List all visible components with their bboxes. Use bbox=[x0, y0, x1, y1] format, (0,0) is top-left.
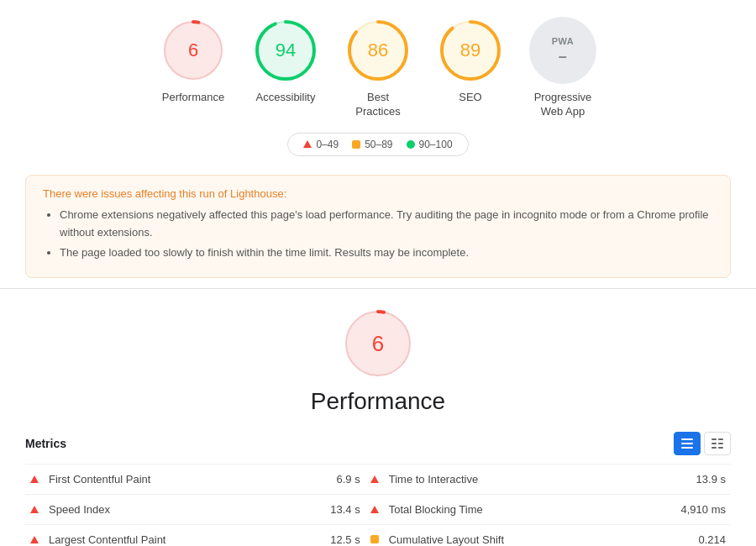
table-row: Speed Index 13.4 s Total Blocking Time 4… bbox=[25, 495, 731, 525]
table-row: Largest Contentful Paint 12.5 s Cumulati… bbox=[25, 525, 731, 546]
legend-red-icon bbox=[303, 140, 312, 148]
performance-score: 6 bbox=[188, 39, 198, 61]
metric-name-tti: Time to Interactive bbox=[384, 465, 625, 495]
svg-rect-16 bbox=[718, 443, 723, 444]
score-item-pwa: PWA – ProgressiveWeb App bbox=[529, 17, 596, 119]
red-triangle-icon bbox=[30, 475, 39, 483]
toggle-tree-view[interactable] bbox=[704, 432, 731, 455]
score-item-accessibility: 94 Accessibility bbox=[252, 17, 319, 105]
scores-section: 6 Performance 94 Accessibility 8 bbox=[0, 0, 756, 165]
toggle-list-view[interactable] bbox=[674, 432, 701, 455]
best-practices-score: 86 bbox=[368, 39, 388, 61]
svg-rect-17 bbox=[711, 447, 717, 449]
performance-title: Performance bbox=[25, 388, 731, 415]
svg-rect-12 bbox=[681, 447, 693, 449]
metric-status-lcp bbox=[25, 525, 44, 546]
red-triangle-icon bbox=[30, 536, 39, 543]
accessibility-score: 94 bbox=[276, 39, 296, 61]
seo-gauge: 89 bbox=[437, 17, 504, 84]
metric-value-lcp: 12.5 s bbox=[288, 525, 365, 546]
perf-score-circle-container: 6 bbox=[25, 306, 731, 381]
accessibility-gauge: 94 bbox=[252, 17, 319, 84]
best-practices-label: BestPractices bbox=[355, 91, 400, 119]
legend-good-label: 90–100 bbox=[419, 139, 453, 150]
metric-name-tbt: Total Blocking Time bbox=[384, 495, 625, 525]
perf-large-score: 6 bbox=[372, 331, 384, 357]
red-triangle-icon bbox=[370, 475, 379, 483]
legend-orange-icon bbox=[352, 140, 360, 149]
metric-value-si: 13.4 s bbox=[288, 495, 365, 525]
metric-value-tbt: 4,910 ms bbox=[625, 495, 731, 525]
warning-title: There were issues affecting this run of … bbox=[43, 187, 713, 200]
svg-rect-13 bbox=[711, 438, 717, 440]
metric-value-tti: 13.9 s bbox=[625, 465, 731, 495]
score-item-best-practices: 86 BestPractices bbox=[344, 17, 412, 119]
performance-detail-section: 6 Performance Metrics bbox=[0, 297, 756, 546]
metric-value-fcp: 6.9 s bbox=[288, 465, 365, 495]
score-legend: 0–49 50–89 90–100 bbox=[287, 133, 468, 156]
pwa-dash: – bbox=[559, 48, 568, 66]
metric-name-cls: Cumulative Layout Shift bbox=[384, 525, 625, 546]
pwa-gauge: PWA – bbox=[529, 17, 596, 84]
seo-score: 89 bbox=[460, 39, 480, 61]
best-practices-gauge: 86 bbox=[344, 17, 412, 84]
legend-average-label: 50–89 bbox=[365, 139, 392, 150]
metrics-label: Metrics bbox=[25, 437, 66, 450]
metric-name-fcp: First Contentful Paint bbox=[44, 465, 288, 495]
metric-name-si: Speed Index bbox=[44, 495, 288, 525]
svg-rect-14 bbox=[718, 438, 723, 440]
seo-label: SEO bbox=[459, 91, 481, 105]
svg-rect-10 bbox=[681, 438, 693, 440]
legend-green-icon bbox=[407, 140, 415, 149]
performance-gauge: 6 bbox=[160, 17, 227, 84]
performance-label: Performance bbox=[162, 91, 224, 105]
metric-status-tti bbox=[365, 465, 384, 495]
score-circles: 6 Performance 94 Accessibility 8 bbox=[160, 17, 596, 119]
view-toggle[interactable] bbox=[674, 432, 731, 455]
pwa-label: ProgressiveWeb App bbox=[534, 91, 592, 119]
orange-square-icon bbox=[370, 535, 379, 543]
warning-item-1: Chrome extensions negatively affected th… bbox=[60, 207, 713, 242]
legend-bad: 0–49 bbox=[303, 139, 339, 150]
legend-good: 90–100 bbox=[407, 139, 453, 150]
perf-large-gauge: 6 bbox=[340, 306, 416, 381]
metric-status-fcp bbox=[25, 465, 44, 495]
pwa-abbr: PWA bbox=[552, 36, 575, 46]
metric-status-cls bbox=[365, 525, 384, 546]
warning-item-2: The page loaded too slowly to finish wit… bbox=[60, 244, 713, 262]
warning-list: Chrome extensions negatively affected th… bbox=[60, 207, 713, 262]
legend-bad-label: 0–49 bbox=[316, 139, 339, 150]
svg-rect-15 bbox=[711, 443, 717, 444]
metric-name-lcp: Largest Contentful Paint bbox=[44, 525, 288, 546]
metrics-header: Metrics bbox=[25, 432, 731, 455]
metric-value-cls: 0.214 bbox=[625, 525, 731, 546]
score-item-seo: 89 SEO bbox=[437, 17, 504, 105]
metric-status-tbt bbox=[365, 495, 384, 525]
accessibility-label: Accessibility bbox=[256, 91, 316, 105]
svg-rect-18 bbox=[718, 447, 723, 449]
svg-rect-11 bbox=[681, 443, 693, 444]
section-divider bbox=[0, 288, 756, 289]
metric-status-si bbox=[25, 495, 44, 525]
score-item-performance: 6 Performance bbox=[160, 17, 227, 105]
warning-box: There were issues affecting this run of … bbox=[25, 175, 731, 278]
legend-average: 50–89 bbox=[352, 139, 392, 150]
table-row: First Contentful Paint 6.9 s Time to Int… bbox=[25, 465, 731, 495]
red-triangle-icon bbox=[30, 506, 39, 513]
red-triangle-icon bbox=[370, 506, 379, 513]
metrics-table: First Contentful Paint 6.9 s Time to Int… bbox=[25, 464, 731, 546]
